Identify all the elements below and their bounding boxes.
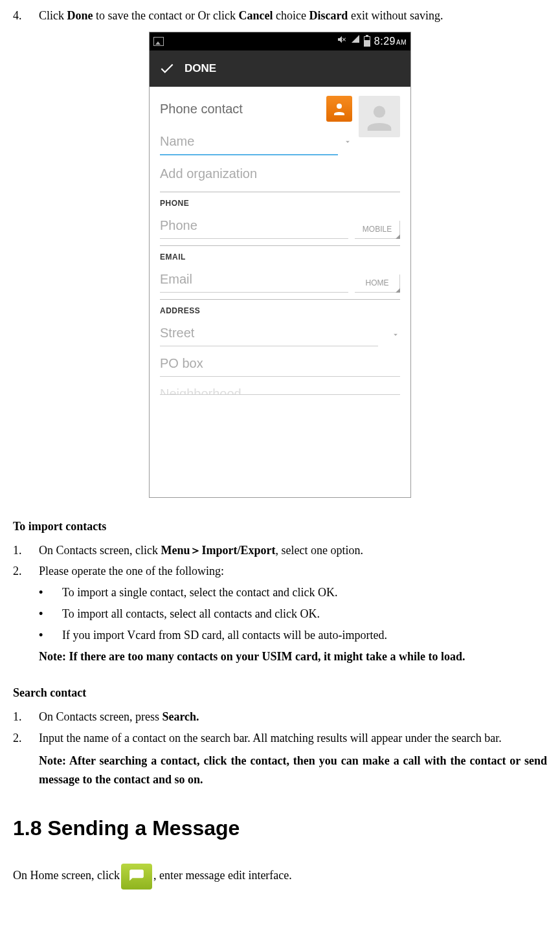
phone-section-header: PHONE [160, 192, 400, 210]
street-row: Street [160, 322, 400, 346]
phone-screenshot: 8:29AM DONE Phone contact [149, 32, 411, 498]
status-time: 8:29AM [374, 33, 407, 50]
name-input[interactable]: Name [160, 131, 338, 155]
phone-field-row: Phone MOBILE [160, 215, 400, 239]
import-item-2: 2. Please operate the one of the followi… [13, 562, 547, 581]
svg-point-1 [374, 106, 385, 117]
step-number: 4. [13, 6, 39, 25]
search-bold: Search. [162, 710, 199, 723]
address-section-header: ADDRESS [160, 299, 400, 317]
email-type-selector[interactable]: HOME [355, 274, 400, 293]
section-1-8-heading: 1.8 Sending a Message [13, 812, 547, 845]
import-bullet-3: •If you import Vcard from SD card, all c… [39, 626, 547, 645]
phone-screenshot-container: 8:29AM DONE Phone contact [13, 32, 547, 498]
search-note: Note: After searching a contact, click t… [39, 752, 547, 789]
cancel-word: Cancel [238, 9, 273, 22]
signal-icon [351, 34, 360, 48]
svg-point-0 [337, 104, 342, 109]
check-icon [159, 60, 175, 77]
status-left [153, 37, 164, 46]
email-section-header: EMAIL [160, 245, 400, 263]
home-screen-line: On Home screen, click , enter message ed… [13, 864, 547, 890]
chevron-down-icon[interactable] [343, 135, 352, 151]
battery-icon [364, 36, 370, 47]
search-list: 1. On Contacts screen, press Search. 2. … [13, 708, 547, 748]
contact-form: Phone contact Name Add [150, 87, 410, 396]
phone-input[interactable]: Phone [160, 215, 348, 239]
picture-icon [153, 37, 164, 46]
neighborhood-input[interactable]: Neighborhood [160, 383, 400, 395]
import-heading: To import contacts [13, 517, 547, 536]
status-right: 8:29AM [337, 33, 407, 50]
discard-word: Discard [309, 9, 348, 22]
messaging-app-icon [121, 864, 152, 890]
email-input[interactable]: Email [160, 269, 348, 293]
name-row[interactable]: Name [160, 131, 352, 155]
import-bullets: •To import a single contact, select the … [39, 583, 547, 644]
pobox-input[interactable]: PO box [160, 353, 400, 377]
mute-icon [337, 33, 347, 50]
email-field-row: Email HOME [160, 269, 400, 293]
done-bar[interactable]: DONE [150, 50, 410, 87]
chevron-down-icon[interactable] [391, 328, 400, 344]
status-bar: 8:29AM [150, 32, 410, 50]
add-organization[interactable]: Add organization [160, 163, 400, 184]
done-word: Done [67, 9, 93, 22]
avatar-placeholder[interactable] [359, 96, 400, 137]
done-label: DONE [185, 60, 216, 77]
import-item-1: 1. On Contacts screen, click Menu＞Import… [13, 541, 547, 560]
search-item-2: 2. Input the name of a contact on the se… [13, 729, 547, 748]
phone-type-selector[interactable]: MOBILE [355, 221, 400, 239]
phone-contact-row[interactable]: Phone contact [160, 96, 352, 122]
contact-type-icon [326, 96, 352, 122]
step-text: Click Done to save the contact or Or cli… [39, 6, 547, 25]
import-bullet-2: •To import all contacts, select all cont… [39, 605, 547, 623]
menu-import-export: Menu＞Import/Export [161, 544, 275, 557]
search-heading: Search contact [13, 684, 547, 702]
import-list: 1. On Contacts screen, click Menu＞Import… [13, 541, 547, 581]
import-bullet-1: •To import a single contact, select the … [39, 583, 547, 602]
step-4: 4. Click Done to save the contact or Or … [13, 6, 547, 25]
street-input[interactable]: Street [160, 322, 378, 346]
import-note: Note: If there are too many contacts on … [39, 647, 547, 666]
search-item-1: 1. On Contacts screen, press Search. [13, 708, 547, 726]
